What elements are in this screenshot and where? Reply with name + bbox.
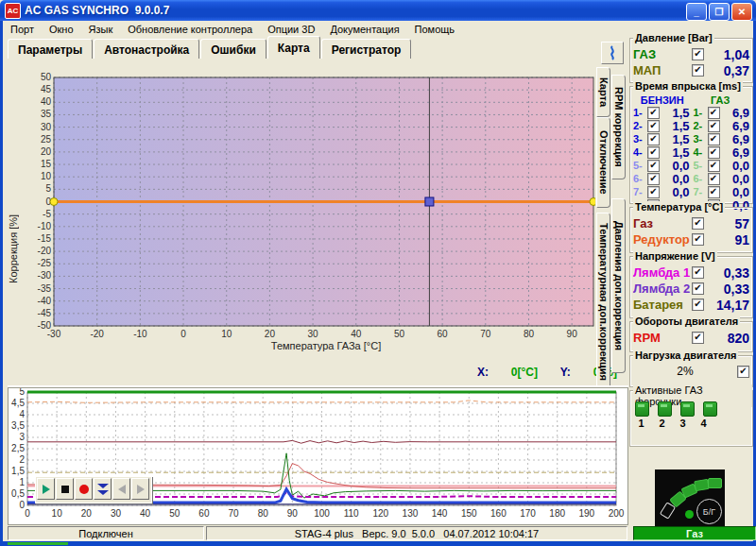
connect-button[interactable] bbox=[601, 42, 624, 64]
petrol-3-checkbox[interactable] bbox=[647, 133, 660, 145]
petrol-7-checkbox[interactable] bbox=[647, 186, 660, 198]
map-pressure-checkbox[interactable] bbox=[692, 64, 704, 77]
svg-text:130: 130 bbox=[403, 508, 419, 519]
fuel-status-badge[interactable]: Газ bbox=[633, 526, 756, 540]
gas-pressure-checkbox[interactable] bbox=[692, 48, 704, 60]
gas-3-checkbox[interactable] bbox=[708, 133, 720, 145]
petrol-row-label: 3- bbox=[633, 133, 647, 145]
svg-text:-20: -20 bbox=[38, 246, 52, 256]
gas-row-label: 6- bbox=[694, 173, 708, 184]
stop-button[interactable] bbox=[56, 478, 74, 500]
petrol-6-checkbox[interactable] bbox=[647, 173, 660, 185]
lambda2-checkbox[interactable] bbox=[692, 282, 704, 295]
svg-text:60: 60 bbox=[198, 508, 210, 519]
map-plot[interactable]: -30-20-100102030405060708090504540353025… bbox=[28, 72, 595, 353]
menu-window[interactable]: Окно bbox=[42, 23, 81, 36]
app-window: AC AC GAS SYNCHRO 9.0.0.7 _ ❐ ✕ Порт Окн… bbox=[0, 0, 756, 546]
gas-7-checkbox[interactable] bbox=[708, 186, 720, 198]
gas-row-label: 5- bbox=[694, 160, 708, 171]
map-pressure-value: 0,37 bbox=[704, 63, 749, 78]
tab-autotune[interactable]: Автонастройка bbox=[94, 39, 199, 59]
svg-text:50: 50 bbox=[394, 329, 405, 339]
side-tab-pressure-correction[interactable]: Давления доп.коррекция bbox=[611, 198, 626, 373]
petrol-2-checkbox[interactable] bbox=[647, 120, 660, 132]
petrol-row-label: 7- bbox=[633, 186, 647, 197]
gas-temp-checkbox[interactable] bbox=[692, 217, 704, 230]
connection-progress bbox=[8, 542, 68, 545]
menu-port[interactable]: Порт bbox=[3, 23, 42, 36]
injector-number: 1 bbox=[635, 418, 647, 429]
reducer-temp-value: 91 bbox=[704, 232, 749, 247]
record-button[interactable] bbox=[75, 478, 93, 500]
battery-checkbox[interactable] bbox=[692, 299, 704, 311]
engine-load-group: Нагрузка двигателя 2% bbox=[629, 355, 753, 387]
svg-text:200: 200 bbox=[609, 508, 625, 519]
injector-number: 3 bbox=[677, 418, 689, 429]
engine-load-checkbox[interactable] bbox=[737, 366, 749, 378]
engine-load-value: 2% bbox=[633, 365, 737, 378]
svg-text:70: 70 bbox=[480, 329, 491, 339]
petrol-7-value: 0,0 bbox=[660, 185, 690, 199]
gas-4-value: 6,9 bbox=[720, 145, 750, 160]
side-tab-rpm-correction[interactable]: RPM коррекция bbox=[611, 75, 626, 179]
minimize-button[interactable]: _ bbox=[686, 3, 707, 21]
fuel-indicator-dot bbox=[685, 510, 694, 519]
tab-recorder[interactable]: Регистратор bbox=[321, 39, 412, 59]
play-button[interactable] bbox=[37, 478, 55, 500]
gas-1-checkbox[interactable] bbox=[708, 107, 720, 119]
gas-6-value: 0,0 bbox=[720, 172, 750, 186]
lambda1-checkbox[interactable] bbox=[692, 266, 704, 279]
gas-4-checkbox[interactable] bbox=[708, 146, 720, 159]
tab-parameters[interactable]: Параметры bbox=[8, 39, 93, 59]
scroll-down-button[interactable] bbox=[94, 478, 112, 500]
tab-map[interactable]: Карта bbox=[267, 36, 320, 59]
svg-text:5: 5 bbox=[45, 183, 51, 194]
pressure-group: Давление [Bar] ГАЗ 1,04 МАП 0,37 bbox=[629, 38, 753, 83]
battery-value: 14,17 bbox=[704, 298, 749, 313]
injection-group-title: Время впрыска [ms] bbox=[633, 80, 743, 92]
svg-text:120: 120 bbox=[372, 508, 388, 519]
title-bar[interactable]: AC AC GAS SYNCHRO 9.0.0.7 _ ❐ ✕ bbox=[0, 0, 756, 21]
gas-5-checkbox[interactable] bbox=[708, 160, 720, 172]
side-tab-cutoff[interactable]: Отключение bbox=[596, 117, 610, 208]
connection-icon bbox=[607, 45, 618, 60]
device-status: STAG-4 plus Верс. 9.0 5.0.0 04.07.2012 1… bbox=[206, 526, 627, 540]
petrol-1-checkbox[interactable] bbox=[647, 107, 660, 119]
petrol-5-checkbox[interactable] bbox=[647, 160, 660, 172]
pressure-group-title: Давление [Bar] bbox=[633, 32, 714, 43]
svg-text:180: 180 bbox=[549, 508, 565, 519]
gas-2-checkbox[interactable] bbox=[708, 120, 720, 132]
gas-6-checkbox[interactable] bbox=[708, 173, 720, 185]
reducer-temp-checkbox[interactable] bbox=[692, 233, 704, 246]
menu-controller-update[interactable]: Обновление контроллера bbox=[120, 23, 260, 36]
menu-documentation[interactable]: Документация bbox=[322, 23, 406, 36]
tab-errors[interactable]: Ошибки bbox=[200, 39, 266, 59]
step-forward-button[interactable] bbox=[131, 478, 149, 500]
petrol-4-value: 1,5 bbox=[660, 145, 690, 160]
side-tab-temp-correction[interactable]: Температурная доп.коррекция bbox=[596, 213, 610, 391]
gas-7-value: 0,0 bbox=[720, 185, 750, 199]
step-back-button[interactable] bbox=[112, 478, 130, 500]
injector-icon bbox=[680, 401, 695, 417]
menu-help[interactable]: Помощь bbox=[407, 23, 463, 36]
close-button[interactable]: ✕ bbox=[731, 3, 752, 21]
svg-text:150: 150 bbox=[461, 508, 477, 519]
rpm-checkbox[interactable] bbox=[692, 332, 704, 344]
svg-text:190: 190 bbox=[579, 508, 595, 519]
gas-temp-value: 57 bbox=[704, 216, 749, 231]
recorder-chart-panel: 0102030405060708090100110120130140150160… bbox=[8, 387, 628, 525]
svg-text:20: 20 bbox=[81, 508, 93, 519]
restore-button[interactable]: ❐ bbox=[709, 3, 730, 21]
svg-text:-10: -10 bbox=[38, 221, 52, 231]
menu-language[interactable]: Язык bbox=[81, 23, 121, 36]
battery-label: Батарея bbox=[633, 298, 692, 312]
svg-text:45: 45 bbox=[41, 84, 52, 94]
fuel-switch-button[interactable]: Б/Г bbox=[696, 499, 722, 524]
side-tab-map[interactable]: Карта bbox=[596, 67, 610, 117]
petrol-4-checkbox[interactable] bbox=[647, 146, 660, 159]
svg-text:0,5: 0,5 bbox=[11, 488, 25, 499]
gas-pressure-label: ГАЗ bbox=[633, 47, 692, 61]
menu-options-3d[interactable]: Опции 3D bbox=[260, 23, 322, 36]
petrol-row-label: 2- bbox=[633, 120, 647, 131]
map-x-axis-label: Температура ГАЗа [°C] bbox=[189, 340, 463, 351]
